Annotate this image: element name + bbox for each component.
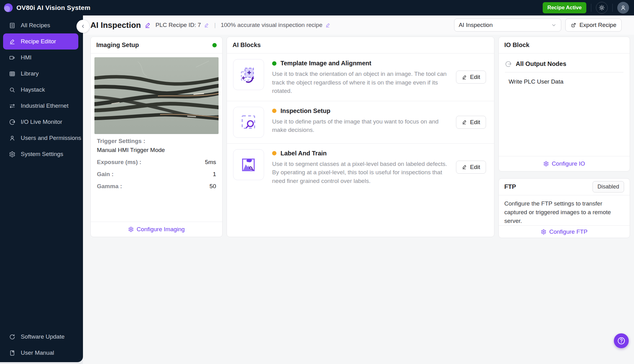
- setting-row: Exposure (ms) : 5ms: [97, 159, 216, 166]
- recipe-active-badge: Recipe Active: [543, 2, 586, 13]
- block-description: Use it to track the orientation of an ob…: [272, 70, 448, 95]
- exposure-value: 5ms: [205, 159, 216, 166]
- ai-block-template-alignment: Template Image and Alignment Use it to t…: [227, 54, 494, 101]
- edit-label: Edit: [470, 119, 480, 126]
- block-status-dot: [272, 109, 276, 113]
- gear-icon: [128, 227, 134, 232]
- user-icon: [9, 135, 15, 141]
- ftp-status-badge[interactable]: Disabled: [593, 181, 624, 193]
- imaging-setup-card: Imaging Setup: [90, 37, 223, 237]
- header-separator: |: [214, 22, 216, 28]
- edit-inspection-setup-button[interactable]: Edit: [456, 116, 486, 129]
- pencil-icon: [9, 38, 15, 45]
- trigger-settings-label: Trigger Settings :: [97, 138, 216, 145]
- gamma-label: Gamma :: [97, 183, 122, 190]
- sun-icon: [598, 4, 605, 11]
- sidebar-item-system-settings[interactable]: System Settings: [0, 146, 83, 162]
- sidebar-item-haystack[interactable]: Haystack: [0, 82, 83, 98]
- setting-row: Gamma : 50: [97, 183, 216, 190]
- user-avatar[interactable]: [617, 2, 629, 14]
- ai-blocks-card: AI Blocks: [227, 37, 494, 237]
- help-button[interactable]: [614, 333, 629, 348]
- main-content: AI Inspection PLC Recipe ID: 7 | 100% ac…: [83, 15, 634, 364]
- app-logo-icon: [4, 3, 13, 12]
- edit-plc-id-icon[interactable]: [204, 23, 209, 28]
- refresh-icon: [9, 334, 15, 340]
- sidebar-item-label: All Recipes: [21, 22, 50, 29]
- sidebar-item-hmi[interactable]: HMI: [0, 50, 83, 66]
- template-alignment-icon: [233, 59, 264, 90]
- edit-title-icon[interactable]: [145, 22, 151, 28]
- configure-ftp-link[interactable]: Configure FTP: [499, 225, 630, 238]
- configure-imaging-label: Configure Imaging: [137, 226, 185, 233]
- label-and-train-icon: [233, 149, 264, 180]
- recipe-selector-dropdown[interactable]: AI Inspection: [454, 19, 561, 32]
- sidebar-item-label: Library: [21, 70, 39, 77]
- output-node-item[interactable]: Write PLC User Data: [509, 78, 623, 85]
- edit-label-and-train-button[interactable]: Edit: [456, 161, 486, 174]
- sidebar-item-label: Recipe Editor: [21, 38, 56, 45]
- ai-blocks-title: AI Blocks: [232, 41, 261, 49]
- gear-icon: [9, 151, 15, 158]
- sidebar-item-library[interactable]: Library: [0, 66, 83, 82]
- sidebar: All Recipes Recipe Editor HMI Library Ha…: [0, 15, 83, 362]
- configure-io-label: Configure IO: [552, 160, 585, 167]
- configure-io-link[interactable]: Configure IO: [499, 156, 630, 171]
- sidebar-item-label: System Settings: [21, 151, 63, 158]
- sidebar-item-industrial-ethernet[interactable]: Industrial Ethernet: [0, 98, 83, 114]
- block-title: Inspection Setup: [280, 107, 330, 115]
- io-circle-arrow-icon: [9, 119, 15, 125]
- sidebar-item-recipe-editor[interactable]: Recipe Editor: [3, 33, 78, 50]
- block-status-dot: [272, 61, 276, 66]
- grid-table-icon: [9, 71, 15, 77]
- sidebar-item-io-live-monitor[interactable]: I/O Live Monitor: [0, 114, 83, 130]
- ftp-title: FTP: [504, 183, 516, 190]
- divider: [591, 4, 591, 12]
- recipes-list-icon: [9, 22, 15, 29]
- sidebar-item-software-update[interactable]: Software Update: [0, 329, 83, 345]
- captured-wires-image: [94, 57, 219, 134]
- exposure-label: Exposure (ms) :: [97, 159, 141, 166]
- sidebar-item-user-manual[interactable]: User Manual: [0, 345, 83, 361]
- page-title: AI Inspection: [90, 20, 141, 30]
- app-title: OV80i AI Vision System: [16, 4, 90, 11]
- sidebar-item-all-recipes[interactable]: All Recipes: [0, 17, 83, 33]
- sidebar-item-users-permissions[interactable]: Users and Permissions: [0, 130, 83, 146]
- ethernet-arrows-icon: [9, 103, 15, 109]
- question-mark-icon: [617, 336, 626, 345]
- ai-block-inspection-setup: Inspection Setup Use it to define parts …: [227, 101, 494, 144]
- configure-ftp-label: Configure FTP: [549, 228, 588, 235]
- sidebar-item-label: User Manual: [21, 349, 54, 356]
- sidebar-collapse-button[interactable]: [76, 20, 89, 33]
- sidebar-item-label: HMI: [21, 54, 32, 61]
- sidebar-item-label: Software Update: [21, 333, 65, 340]
- chevron-left-icon: [80, 24, 86, 29]
- edit-template-alignment-button[interactable]: Edit: [456, 71, 486, 84]
- block-description: Use it to segment classes at a pixel-lev…: [272, 160, 448, 185]
- chevron-down-icon: [551, 22, 557, 28]
- block-title: Template Image and Alignment: [280, 60, 371, 67]
- all-output-nodes-title: All Output Nodes: [516, 60, 566, 67]
- top-bar: OV80i AI Vision System Recipe Active: [0, 0, 634, 15]
- pencil-icon: [462, 75, 467, 80]
- page-header: AI Inspection PLC Recipe ID: 7 | 100% ac…: [83, 15, 634, 35]
- theme-toggle-button[interactable]: [596, 2, 608, 14]
- trigger-mode-value: Manual HMI Trigger Mode: [97, 147, 216, 154]
- person-icon: [620, 4, 627, 11]
- imaging-setup-title: Imaging Setup: [96, 41, 139, 49]
- output-nodes-icon: [505, 61, 512, 67]
- block-description: Use it to define parts of the image that…: [272, 117, 448, 134]
- gain-value: 1: [213, 171, 216, 178]
- sidebar-item-label: Haystack: [21, 86, 45, 93]
- edit-subtitle-icon[interactable]: [325, 23, 331, 28]
- ftp-description: Configure the FTP settings to transfer c…: [499, 195, 630, 225]
- gamma-value: 50: [210, 183, 216, 190]
- pencil-icon: [462, 119, 467, 125]
- inspection-setup-icon: [233, 107, 264, 138]
- configure-imaging-link[interactable]: Configure Imaging: [91, 222, 222, 237]
- export-recipe-button[interactable]: Export Recipe: [565, 19, 622, 32]
- hmi-display-icon: [9, 54, 15, 61]
- ftp-card: FTP Disabled Configure the FTP settings …: [498, 178, 630, 238]
- edit-label: Edit: [470, 74, 480, 80]
- export-icon: [571, 22, 576, 28]
